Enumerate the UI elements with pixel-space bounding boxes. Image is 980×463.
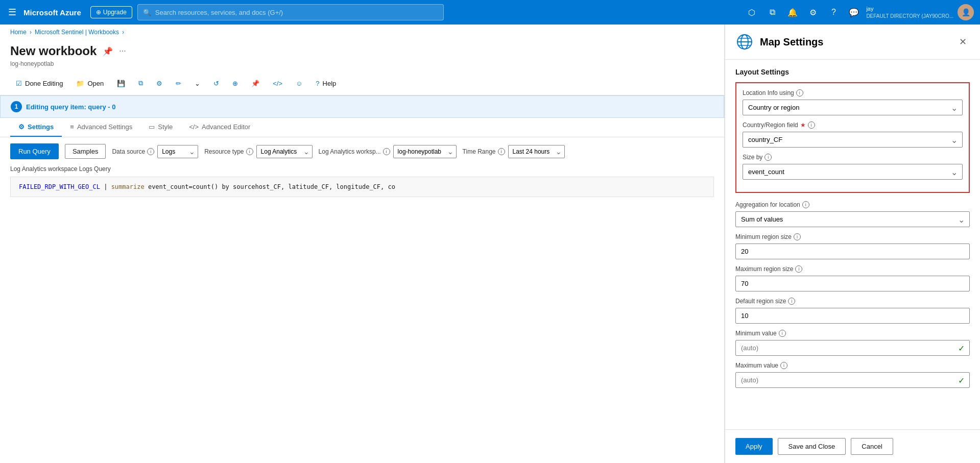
help-icon[interactable]: ? (825, 4, 842, 20)
tab-advanced-editor[interactable]: </> Advanced Editor (181, 118, 258, 137)
aggregation-dropdown-wrapper: Sum of values (735, 211, 970, 227)
run-query-button[interactable]: Run Query (10, 143, 59, 159)
open-button[interactable]: 📁 Open (70, 76, 109, 91)
add-button[interactable]: ⊕ (227, 76, 244, 91)
search-input[interactable] (155, 9, 438, 16)
upgrade-button[interactable]: ⊕ Upgrade (90, 6, 132, 18)
size-by-select[interactable]: event_count (743, 164, 963, 180)
size-by-info-icon[interactable]: i (764, 154, 772, 161)
refresh-button[interactable]: ↺ (208, 76, 225, 91)
resource-type-info-icon[interactable]: i (246, 148, 253, 155)
workspace-info-icon[interactable]: i (383, 148, 390, 155)
add-icon: ⊕ (232, 80, 238, 87)
save-button[interactable]: 💾 (111, 76, 131, 91)
tab-advanced-settings[interactable]: ≡ Advanced Settings (62, 118, 140, 137)
samples-button[interactable]: Samples (65, 144, 106, 159)
clone-icon: ⧉ (138, 79, 143, 87)
apply-button[interactable]: Apply (735, 438, 773, 455)
brand-name: Microsoft Azure (23, 8, 81, 17)
hamburger-menu[interactable]: ☰ (6, 5, 18, 20)
emoji-icon: ☺ (296, 80, 302, 87)
data-source-select[interactable]: Logs (157, 145, 198, 158)
location-info-icon[interactable]: i (796, 89, 803, 96)
feedback-icon[interactable]: 💬 (846, 4, 862, 20)
panel-footer: Apply Save and Close Cancel (725, 429, 980, 463)
settings-button[interactable]: ⚙ (151, 76, 168, 91)
pin-button[interactable]: 📌 (246, 76, 265, 91)
aggregation-select[interactable]: Sum of values (735, 211, 970, 227)
tab-settings[interactable]: ⚙ Settings (10, 118, 62, 137)
min-region-input[interactable] (735, 243, 970, 259)
resource-type-select[interactable]: Log Analytics (256, 145, 313, 158)
copy-icon[interactable]: ⧉ (764, 4, 780, 20)
open-icon: 📁 (76, 80, 84, 87)
toolbar: ☑ Done Editing 📁 Open 💾 ⧉ ⚙ ✏ ⌄ (0, 71, 724, 95)
refresh-icon: ↺ (213, 80, 219, 87)
advanced-settings-tab-icon: ≡ (70, 123, 74, 131)
done-editing-button[interactable]: ☑ Done Editing (10, 76, 68, 91)
min-region-info-icon[interactable]: i (794, 233, 801, 240)
settings-toolbar-icon: ⚙ (156, 80, 162, 87)
data-source-label: Data source i (112, 148, 154, 155)
country-region-info-icon[interactable]: i (808, 121, 815, 129)
search-bar[interactable]: 🔍 (137, 4, 444, 20)
settings-icon[interactable]: ⚙ (805, 4, 821, 20)
bell-icon[interactable]: 🔔 (784, 4, 801, 20)
close-panel-button[interactable]: ✕ (955, 35, 970, 49)
location-info-select[interactable]: Country or region (743, 100, 963, 115)
breadcrumb: Home › Microsoft Sentinel | Workbooks › (0, 25, 724, 40)
main-container: Home › Microsoft Sentinel | Workbooks › … (0, 25, 980, 463)
breadcrumb-separator-2: › (122, 29, 124, 36)
dropdown-arrow-button[interactable]: ⌄ (189, 76, 206, 91)
data-source-info-icon[interactable]: i (147, 148, 154, 155)
style-tab-icon: ▭ (149, 123, 155, 131)
min-value-input[interactable] (735, 340, 970, 356)
settings-tab-icon: ⚙ (18, 123, 25, 131)
time-range-info-icon[interactable]: i (498, 148, 505, 155)
code-button[interactable]: </> (267, 76, 288, 91)
breadcrumb-home[interactable]: Home (10, 29, 27, 36)
data-source-group: Data source i Logs (112, 145, 198, 158)
location-info-label: Location Info using i (743, 89, 963, 96)
query-item-number: 1 (11, 101, 22, 112)
breadcrumb-sentinel[interactable]: Microsoft Sentinel | Workbooks (35, 29, 119, 36)
help-button[interactable]: ? Help (310, 76, 342, 91)
terminal-icon[interactable]: ⬡ (744, 4, 760, 20)
country-region-select[interactable]: country_CF (743, 132, 963, 148)
default-region-label: Default region size i (735, 298, 970, 305)
pin-icon[interactable]: 📌 (103, 46, 113, 56)
min-value-info-icon[interactable]: i (779, 330, 786, 337)
help-icon: ? (316, 80, 319, 87)
save-and-close-button[interactable]: Save and Close (778, 438, 846, 455)
default-region-info-icon[interactable]: i (788, 298, 795, 305)
max-value-info-icon[interactable]: i (780, 362, 787, 369)
max-value-input[interactable] (735, 372, 970, 388)
done-editing-icon: ☑ (16, 80, 22, 87)
resource-type-dropdown-wrapper: Log Analytics (256, 145, 313, 158)
max-region-info-icon[interactable]: i (795, 265, 802, 273)
workspace-dropdown-wrapper: log-honeypotlab (393, 145, 457, 158)
aggregation-info-icon[interactable]: i (802, 201, 809, 208)
resource-type-group: Resource type i Log Analytics (204, 145, 312, 158)
cancel-button[interactable]: Cancel (851, 438, 893, 455)
country-region-dropdown-wrapper: country_CF (743, 132, 963, 148)
panel-title: Map Settings (760, 36, 949, 48)
map-settings-panel: Map Settings ✕ Layout Settings Location … (725, 25, 980, 463)
highlighted-section: Location Info using i Country or region … (735, 82, 970, 193)
default-region-input[interactable] (735, 308, 970, 324)
emoji-button[interactable]: ☺ (290, 76, 308, 91)
left-panel: Home › Microsoft Sentinel | Workbooks › … (0, 25, 725, 463)
workspace-select[interactable]: log-honeypotlab (393, 145, 457, 158)
page-header: New workbook 📌 ··· (0, 40, 724, 60)
max-region-input[interactable] (735, 276, 970, 291)
user-info[interactable]: jay DEFAULT DIRECTORY (JAY90CRO... 👤 (866, 4, 974, 20)
tab-style[interactable]: ▭ Style (140, 118, 181, 137)
user-avatar: 👤 (958, 4, 974, 20)
breadcrumb-separator-1: › (30, 29, 32, 36)
clone-button[interactable]: ⧉ (133, 76, 149, 91)
code-icon: </> (273, 80, 282, 87)
query-item-header: 1 Editing query item: query - 0 (0, 95, 724, 118)
edit-button[interactable]: ✏ (170, 76, 187, 91)
time-range-select[interactable]: Last 24 hours (508, 145, 565, 158)
more-options-icon[interactable]: ··· (119, 46, 126, 56)
